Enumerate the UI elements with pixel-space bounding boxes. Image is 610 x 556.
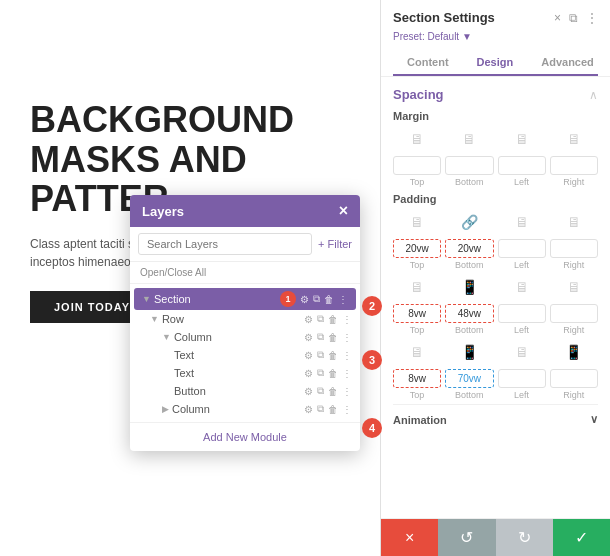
- pad2-left-label: Left: [514, 325, 529, 335]
- settings-title-row: Section Settings × ⧉ ⋮: [393, 10, 598, 25]
- col1-trash-icon[interactable]: 🗑: [328, 332, 338, 343]
- layer-btn-icons: ⚙ ⧉ 🗑 ⋮: [304, 385, 352, 397]
- btn-settings-icon[interactable]: ⚙: [304, 386, 313, 397]
- pad2-left-input[interactable]: [498, 304, 546, 323]
- settings-more-icon[interactable]: ⋮: [586, 11, 598, 25]
- text1-copy-icon[interactable]: ⧉: [317, 349, 324, 361]
- margin-left-input[interactable]: [498, 156, 546, 175]
- layer-copy-icon[interactable]: ⧉: [313, 293, 320, 305]
- text2-trash-icon[interactable]: 🗑: [328, 368, 338, 379]
- layer-settings-icon[interactable]: ⚙: [300, 294, 309, 305]
- pad2-bottom-cell: Bottom: [445, 304, 493, 335]
- col2-settings-icon[interactable]: ⚙: [304, 404, 313, 415]
- col2-copy-icon[interactable]: ⧉: [317, 403, 324, 415]
- pad3-top-input[interactable]: [393, 369, 441, 388]
- pad3-left-input[interactable]: [498, 369, 546, 388]
- pad1-top-device-icon[interactable]: 🖥: [410, 214, 424, 230]
- spacing-toggle-icon[interactable]: ∧: [589, 88, 598, 102]
- pad1-left-input[interactable]: [498, 239, 546, 258]
- col1-copy-icon[interactable]: ⧉: [317, 331, 324, 343]
- pad1-bottom-input[interactable]: [445, 239, 493, 258]
- footer-save-button[interactable]: ✓: [553, 519, 610, 556]
- layer-more-icon[interactable]: ⋮: [338, 294, 348, 305]
- pad3-phone-icon[interactable]: 📱: [461, 344, 478, 360]
- margin-left-device-icon[interactable]: 🖥: [515, 131, 529, 147]
- layers-open-close[interactable]: Open/Close All: [130, 262, 360, 284]
- pad2-right-device-icon[interactable]: 🖥: [567, 279, 581, 295]
- layer-section[interactable]: ▼ Section 1 ⚙ ⧉ 🗑 ⋮: [134, 288, 356, 310]
- text1-settings-icon[interactable]: ⚙: [304, 350, 313, 361]
- pad3-left-device-icon[interactable]: 🖥: [515, 344, 529, 360]
- text2-copy-icon[interactable]: ⧉: [317, 367, 324, 379]
- col1-more-icon[interactable]: ⋮: [342, 332, 352, 343]
- pad3-right-label: Right: [563, 390, 584, 400]
- text1-trash-icon[interactable]: 🗑: [328, 350, 338, 361]
- settings-panel: Section Settings × ⧉ ⋮ Preset: Default ▼…: [380, 0, 610, 556]
- margin-top-device-icon[interactable]: 🖥: [410, 131, 424, 147]
- pad2-top-device-icon[interactable]: 🖥: [410, 279, 424, 295]
- layer-text-1[interactable]: Text ⚙ ⧉ 🗑 ⋮: [130, 346, 360, 364]
- layer-column-1[interactable]: ▼ Column ⚙ ⧉ 🗑 ⋮: [130, 328, 360, 346]
- pad2-right-label: Right: [563, 325, 584, 335]
- padding-2-inputs: Top Bottom Left Right: [393, 304, 598, 335]
- settings-copy-icon[interactable]: ⧉: [569, 11, 578, 25]
- layers-search-input[interactable]: [138, 233, 312, 255]
- pad1-right-device-icon[interactable]: 🖥: [567, 214, 581, 230]
- row-trash-icon[interactable]: 🗑: [328, 314, 338, 325]
- pad2-tablet-icon[interactable]: 📱: [461, 279, 478, 295]
- layers-filter-button[interactable]: + Filter: [318, 238, 352, 250]
- tab-content[interactable]: Content: [393, 50, 463, 76]
- settings-close-icon[interactable]: ×: [554, 11, 561, 25]
- add-new-module-button[interactable]: Add New Module: [130, 422, 360, 451]
- margin-right-input[interactable]: [550, 156, 598, 175]
- pad1-left-icon-cell: 🖥: [498, 211, 546, 233]
- pad3-right-cell: Right: [550, 369, 598, 400]
- layers-close-button[interactable]: ×: [339, 203, 348, 219]
- layer-button[interactable]: Button ⚙ ⧉ 🗑 ⋮: [130, 382, 360, 400]
- pad2-left-device-icon[interactable]: 🖥: [515, 279, 529, 295]
- btn-trash-icon[interactable]: 🗑: [328, 386, 338, 397]
- footer-undo-button[interactable]: ↺: [438, 519, 495, 556]
- margin-right-device-icon[interactable]: 🖥: [567, 131, 581, 147]
- pad2-right-input[interactable]: [550, 304, 598, 323]
- layer-text-2[interactable]: Text ⚙ ⧉ 🗑 ⋮: [130, 364, 360, 382]
- pad1-right-input[interactable]: [550, 239, 598, 258]
- pad1-link-icon[interactable]: 🔗: [461, 214, 478, 230]
- layer-row[interactable]: ▼ Row ⚙ ⧉ 🗑 ⋮: [130, 310, 360, 328]
- row-copy-icon[interactable]: ⧉: [317, 313, 324, 325]
- pad1-top-input[interactable]: [393, 239, 441, 258]
- pad2-bottom-input[interactable]: [445, 304, 493, 323]
- pad2-top-input[interactable]: [393, 304, 441, 323]
- pad3-right-input[interactable]: [550, 369, 598, 388]
- row-more-icon[interactable]: ⋮: [342, 314, 352, 325]
- preset-row[interactable]: Preset: Default ▼: [393, 31, 598, 42]
- margin-bottom-device-icon[interactable]: 🖥: [462, 131, 476, 147]
- text2-settings-icon[interactable]: ⚙: [304, 368, 313, 379]
- animation-row[interactable]: Animation ∨: [393, 404, 598, 434]
- layer-column-2[interactable]: ▶ Column ⚙ ⧉ 🗑 ⋮: [130, 400, 360, 418]
- col2-more-icon[interactable]: ⋮: [342, 404, 352, 415]
- margin-bottom-input[interactable]: [445, 156, 493, 175]
- col1-settings-icon[interactable]: ⚙: [304, 332, 313, 343]
- col2-trash-icon[interactable]: 🗑: [328, 404, 338, 415]
- pad1-left-device-icon[interactable]: 🖥: [515, 214, 529, 230]
- margin-bottom-cell: Bottom: [445, 156, 493, 187]
- tab-advanced[interactable]: Advanced: [527, 50, 608, 76]
- margin-top-input[interactable]: [393, 156, 441, 175]
- padding-row-3: 🖥 📱 🖥 📱 Top Bottom: [393, 341, 598, 400]
- row-settings-icon[interactable]: ⚙: [304, 314, 313, 325]
- step-2-badge: 2: [362, 296, 382, 316]
- footer-redo-button[interactable]: ↻: [496, 519, 553, 556]
- footer-cancel-button[interactable]: ×: [381, 519, 438, 556]
- btn-copy-icon[interactable]: ⧉: [317, 385, 324, 397]
- layer-trash-icon[interactable]: 🗑: [324, 294, 334, 305]
- pad3-bottom-input[interactable]: [445, 369, 493, 388]
- padding-1-inputs: Top Bottom Left Right: [393, 239, 598, 270]
- text2-more-icon[interactable]: ⋮: [342, 368, 352, 379]
- pad3-top-device-icon[interactable]: 🖥: [410, 344, 424, 360]
- btn-more-icon[interactable]: ⋮: [342, 386, 352, 397]
- text1-more-icon[interactable]: ⋮: [342, 350, 352, 361]
- padding-row-1: 🖥 🔗 🖥 🖥 Top Bottom: [393, 211, 598, 270]
- pad3-right-phone-icon[interactable]: 📱: [565, 344, 582, 360]
- tab-design[interactable]: Design: [463, 50, 528, 76]
